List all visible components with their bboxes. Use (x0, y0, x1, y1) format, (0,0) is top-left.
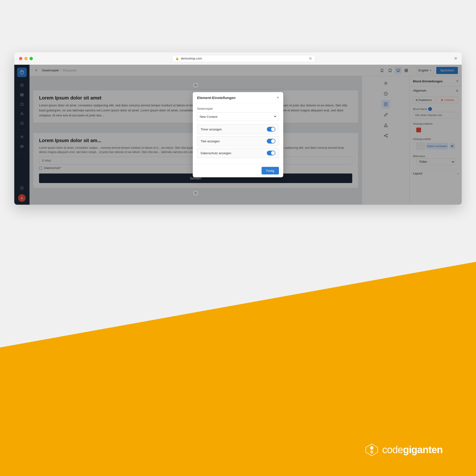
traffic-light-yellow[interactable] (24, 57, 28, 60)
modal-contest-select[interactable]: New Contest (197, 112, 279, 121)
modal-section-label: Gewinnspiel (197, 107, 279, 110)
modal-element-settings: Element-Einstellungen × Gewinnspiel New … (193, 92, 283, 177)
svg-marker-34 (370, 445, 374, 450)
browser-menu-icon[interactable]: ≡ (454, 56, 457, 61)
modal-title-row: Titel anzeigen (197, 136, 279, 146)
datenschutz-toggle[interactable] (267, 151, 275, 155)
modal-datenschutz-row: Datenschutz anzeigen (197, 148, 279, 158)
traffic-light-red[interactable] (19, 57, 22, 60)
modal-body: Gewinnspiel New Contest Timer anzeigen T… (193, 103, 283, 164)
brand-logo-svg (365, 443, 379, 457)
modal-overlay: Element-Einstellungen × Gewinnspiel New … (14, 65, 462, 205)
lock-icon: 🔒 (175, 57, 179, 60)
browser-window: 🔒 demoshop.com ↻ ≡ (14, 52, 462, 205)
done-button[interactable]: Fertig (262, 167, 279, 174)
datenschutz-modal-label: Datenschutz anzeigen (201, 151, 231, 155)
timer-label: Timer anzeigen (201, 128, 222, 131)
browser-chrome: 🔒 demoshop.com ↻ ≡ (14, 52, 462, 65)
modal-footer: Fertig (193, 164, 283, 177)
brand-light: code (382, 444, 403, 455)
modal-timer-row: Timer anzeigen (197, 124, 279, 134)
url-text: demoshop.com (181, 57, 202, 60)
refresh-icon[interactable]: ↻ (309, 57, 312, 60)
modal-title: Element-Einstellungen (197, 96, 236, 100)
modal-header: Element-Einstellungen × (193, 92, 283, 103)
address-bar[interactable]: 🔒 demoshop.com ↻ (172, 55, 315, 62)
svg-marker-35 (370, 450, 374, 454)
title-label: Titel anzeigen (201, 139, 220, 143)
traffic-light-green[interactable] (30, 57, 33, 60)
traffic-lights (19, 57, 33, 60)
brand-text: codegiganten (382, 444, 443, 456)
timer-toggle[interactable] (267, 127, 275, 132)
modal-close-button[interactable]: × (277, 95, 279, 100)
brand-bold: giganten (403, 444, 443, 455)
brand-footer: codegiganten (365, 443, 443, 457)
title-toggle[interactable] (267, 139, 275, 143)
